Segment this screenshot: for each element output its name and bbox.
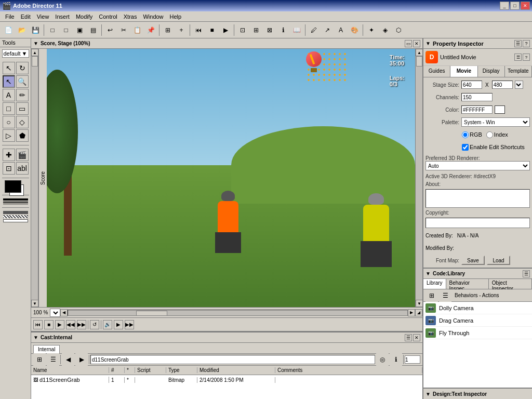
v-scroll-right-down[interactable]: ▼ — [416, 300, 423, 307]
design-expand-arrow[interactable]: ▼ — [425, 391, 431, 397]
tb-play[interactable]: ▶ — [219, 24, 232, 36]
tb-cut[interactable]: ✂ — [117, 24, 130, 36]
load-button[interactable]: Load — [487, 256, 510, 265]
stage-restore-btn[interactable]: ▭ — [405, 40, 412, 47]
tool-zoom[interactable]: 🔍 — [16, 75, 29, 88]
pb-loop[interactable]: ↺ — [90, 320, 99, 329]
index-radio-label[interactable]: Index — [486, 131, 508, 138]
tb-stage4[interactable]: ▤ — [87, 24, 99, 36]
tb-undo[interactable]: ↩ — [104, 24, 116, 36]
zoom-select[interactable]: 100% — [50, 309, 60, 317]
tb-copy[interactable]: 📋 — [131, 24, 143, 36]
code-tab-library[interactable]: Library — [423, 279, 446, 289]
code-grid-btn[interactable]: ⊞ — [425, 289, 438, 302]
v-scroll-thumb[interactable] — [32, 56, 38, 66]
close-button[interactable]: ✕ — [521, 2, 530, 10]
cast-tab-internal[interactable]: Internal — [33, 345, 60, 353]
fill-pattern-2[interactable] — [3, 215, 28, 218]
stage-height-input[interactable] — [492, 81, 513, 89]
pb-stop[interactable]: ■ — [44, 320, 54, 329]
enable-edit-label[interactable]: Enable Edit Shortcuts — [462, 144, 525, 151]
scroll-corner[interactable]: ◢ — [415, 309, 422, 316]
prop-tab-movie[interactable]: Movie — [450, 66, 477, 77]
prop-menu-btn[interactable]: ☰ — [514, 40, 522, 47]
cast-grid-view[interactable]: ⊞ — [33, 353, 46, 366]
h-scroll-thumb[interactable] — [136, 311, 167, 316]
tool-rect2[interactable]: ▭ — [16, 102, 29, 115]
tool-triangle[interactable]: ▷ — [3, 129, 15, 142]
cast-name-input[interactable] — [90, 355, 375, 364]
preferred-3d-select[interactable]: Auto — [425, 161, 530, 170]
enable-edit-checkbox[interactable] — [462, 144, 469, 151]
tb-3d3[interactable]: ⬡ — [392, 24, 405, 36]
prop-expand-arrow[interactable]: ▼ — [425, 41, 431, 46]
tb-stop[interactable]: ■ — [206, 24, 218, 36]
pb-step-back[interactable]: ◀◀ — [66, 320, 75, 329]
save-button[interactable]: Save — [461, 256, 485, 265]
menu-file[interactable]: File — [2, 12, 18, 21]
stage-v-scrollbar-right[interactable]: ▲ ▼ — [415, 49, 422, 307]
about-textarea[interactable] — [425, 189, 530, 208]
tb-rw[interactable]: ⏮ — [192, 24, 205, 36]
code-expand-arrow[interactable]: ▼ — [425, 271, 431, 276]
index-radio[interactable] — [486, 131, 493, 138]
tb-fit2[interactable]: ⊠ — [263, 24, 276, 36]
cast-page-input[interactable] — [405, 355, 420, 364]
pb-volume[interactable]: 🔊 — [103, 320, 112, 329]
tool-label[interactable]: abl — [16, 162, 29, 175]
menu-edit[interactable]: Edit — [18, 12, 34, 21]
stage-size-dropdown[interactable]: ▼ — [515, 81, 523, 89]
prop-tab-guides[interactable]: Guides — [423, 66, 450, 77]
tb-stage[interactable]: □ — [46, 24, 59, 36]
prop-help-btn2[interactable]: ? — [523, 54, 530, 61]
cast-info-btn[interactable]: ℹ — [390, 353, 402, 366]
prop-tab-template[interactable]: Template — [505, 66, 532, 77]
tool-pencil[interactable]: ✏ — [16, 89, 29, 101]
tb-color[interactable]: 🎨 — [348, 24, 361, 36]
fill-pattern-3[interactable] — [3, 219, 28, 222]
color-input[interactable] — [461, 105, 493, 114]
maximize-button[interactable]: □ — [510, 2, 520, 10]
fill-pattern-1[interactable] — [3, 211, 28, 214]
stage-close-btn[interactable]: ✕ — [413, 40, 420, 47]
palette-select[interactable]: System - Win — [461, 117, 530, 127]
menu-view[interactable]: View — [34, 12, 52, 21]
cast-cast-btn[interactable]: ◎ — [376, 353, 389, 366]
rgb-radio-label[interactable]: RGB — [462, 131, 482, 138]
menu-help[interactable]: Help — [167, 12, 185, 21]
tool-pointer[interactable]: ↖ — [3, 75, 15, 88]
line-thick-3[interactable] — [3, 204, 28, 204]
tb-paint[interactable]: 🖊 — [308, 24, 320, 36]
pb-step-fwd[interactable]: ▶▶ — [77, 320, 86, 329]
tb-open[interactable]: 📂 — [16, 24, 28, 36]
tool-poly[interactable]: ⬟ — [16, 129, 29, 142]
cast-close-btn[interactable]: ✕ — [413, 334, 420, 341]
pb-rewind[interactable]: ⏮ — [33, 320, 43, 329]
tool-film[interactable]: 🎬 — [16, 149, 29, 161]
cast-list-view[interactable]: ☰ — [47, 353, 59, 366]
menu-insert[interactable]: Insert — [52, 12, 73, 21]
tb-paste[interactable]: 📌 — [144, 24, 157, 36]
stage-v-scrollbar-left[interactable]: ▲ ▼ — [31, 49, 38, 307]
tb-grid[interactable]: ⊞ — [162, 24, 174, 36]
stage-width-input[interactable] — [461, 81, 482, 89]
tb-fit[interactable]: ⊞ — [250, 24, 262, 36]
tb-text[interactable]: A — [335, 24, 347, 36]
cast-expand-arrow[interactable]: ▼ — [33, 335, 38, 340]
tools-dropdown[interactable]: default ▼ — [2, 49, 29, 58]
menu-modify[interactable]: Modify — [73, 12, 96, 21]
list-item[interactable]: 📷 Fly Through — [423, 327, 532, 339]
h-scroll-left[interactable]: ◀ — [60, 309, 68, 316]
menu-xtras[interactable]: Xtras — [121, 12, 140, 21]
list-item[interactable]: 📷 Dolly Camera — [423, 302, 532, 314]
pb-vol2[interactable]: ▶ — [114, 320, 123, 329]
code-tab-behavior[interactable]: Behavior Inspec — [446, 279, 489, 289]
tb-scripts[interactable]: 📖 — [290, 24, 303, 36]
tb-stage3[interactable]: ▣ — [73, 24, 86, 36]
cast-prev[interactable]: ◀ — [62, 353, 74, 366]
tool-rect[interactable]: □ — [3, 102, 15, 115]
prop-list-btn[interactable]: ☰ — [514, 54, 522, 61]
code-list-btn[interactable]: ☰ — [439, 289, 451, 302]
tb-3d[interactable]: ✦ — [365, 24, 378, 36]
tb-3d2[interactable]: ◈ — [379, 24, 391, 36]
